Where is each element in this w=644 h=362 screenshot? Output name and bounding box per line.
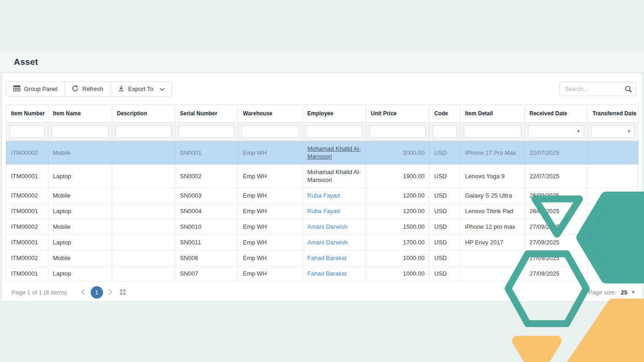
cell-code: USD [430, 266, 460, 282]
cell-item_number: ITM00001 [6, 235, 48, 250]
cell-transferred_date [588, 204, 638, 219]
employee-link[interactable]: Ruba Fayad [307, 192, 340, 199]
table-row[interactable]: ITM00001LaptopSN0011Emp WHAmani Darwish1… [6, 235, 638, 250]
cell-text: USD [434, 173, 447, 180]
filter-cell-serial_number [175, 123, 238, 141]
table-row[interactable]: ITM00002MobileSN0001Emp WHMohamad Khalid… [6, 141, 638, 164]
cell-text: USD [434, 270, 447, 277]
cell-text: Emp WH [243, 192, 267, 199]
cell-description [112, 250, 175, 266]
column-header-unit_price[interactable]: Unit Price [366, 105, 430, 123]
cell-text: 27/09/2025 [529, 270, 559, 277]
column-header-serial_number[interactable]: Serial Number [175, 105, 238, 123]
cell-text: 22/07/2025 [529, 173, 559, 180]
refresh-button[interactable]: Refresh [65, 81, 111, 96]
filter-input-employee[interactable] [306, 126, 362, 137]
page-title: Asset [14, 57, 38, 67]
cell-text: 1200.00 [403, 208, 425, 215]
next-page-button[interactable] [109, 289, 113, 295]
asset-card: Group Panel Refresh Export To [2, 74, 642, 301]
table-row[interactable]: ITM00001LaptopSN007Emp WHFahad Barakat10… [6, 266, 638, 282]
cell-text: Mobile [53, 255, 70, 261]
cell-code: USD [430, 141, 460, 164]
filter-cell-item_detail [460, 123, 525, 141]
cell-text: SN0002 [180, 173, 201, 180]
employee-link[interactable]: Ruba Fayad [307, 208, 340, 215]
column-header-item_detail[interactable]: Item Detail [460, 105, 525, 123]
column-header-transferred_date[interactable]: Transferred Date [588, 105, 638, 123]
filter-input-item_number[interactable] [10, 126, 44, 137]
caret-down-icon[interactable]: ▼ [576, 130, 584, 134]
table-row[interactable]: ITM00002MobileSN006Emp WHFahad Barakat10… [6, 250, 638, 266]
filter-input-serial_number[interactable] [179, 126, 234, 137]
cell-description [112, 141, 175, 164]
page-size-value[interactable]: 25 [621, 289, 627, 296]
group-panel-button[interactable]: Group Panel [6, 81, 65, 96]
cell-item_number: ITM00002 [6, 141, 48, 164]
caret-down-icon[interactable]: ▼ [631, 290, 635, 294]
header-row: Item NumberItem NameDescriptionSerial Nu… [6, 105, 638, 123]
employee-link[interactable]: Mohamad Khalid Al-Mansoori [307, 145, 361, 160]
cell-text: USD [434, 255, 447, 261]
export-to-button[interactable]: Export To [111, 81, 172, 96]
column-header-item_name[interactable]: Item Name [48, 105, 112, 123]
column-header-item_number[interactable]: Item Number [6, 105, 48, 123]
title-bar: Asset [0, 51, 644, 73]
employee-link[interactable]: Fahad Barakat [307, 270, 346, 277]
cell-warehouse: Emp WH [238, 250, 303, 266]
chevron-right-icon [109, 289, 113, 295]
caret-down-icon[interactable]: ▼ [627, 130, 634, 134]
cell-unit_price: 1000.00 [366, 250, 430, 266]
cell-warehouse: Emp WH [238, 266, 303, 282]
page-number-button[interactable]: 1 [91, 286, 103, 299]
cell-unit_price: 1000.00 [366, 266, 430, 282]
employee-link[interactable]: Fahad Barakat [307, 255, 346, 261]
cell-employee: Ruba Fayad [303, 204, 366, 219]
cell-code: USD [430, 188, 460, 204]
cell-employee: Amani Darwish [303, 219, 366, 235]
group-panel-label: Group Panel [24, 85, 58, 92]
filter-input-received_date[interactable] [529, 126, 576, 137]
cell-text: Lenovo Yoga 9 [465, 173, 505, 180]
filter-cell-employee [303, 123, 366, 141]
column-header-label: Unit Price [371, 110, 397, 117]
employee-link[interactable]: Amani Darwish [307, 223, 347, 230]
filter-input-transferred_date[interactable] [592, 126, 627, 137]
cell-text: Laptop [53, 173, 71, 180]
cell-code: USD [430, 164, 460, 188]
column-header-label: Employee [307, 110, 334, 117]
filter-input-unit_price[interactable] [370, 126, 426, 137]
filter-cell-code [430, 123, 460, 141]
cell-text: Mobile [53, 149, 70, 156]
employee-link[interactable]: Amani Darwish [307, 239, 347, 246]
table-row[interactable]: ITM00001LaptopSN0004Emp WHRuba Fayad1200… [6, 204, 638, 219]
column-header-code[interactable]: Code [430, 105, 460, 123]
filter-input-item_name[interactable] [52, 126, 108, 137]
cell-text: USD [434, 223, 447, 230]
pager-grid-icon[interactable] [120, 289, 126, 295]
cell-item_number: ITM00002 [6, 219, 48, 235]
pagination-bar: Page 1 of 1 (8 items) 1 Page size: 25 ▼ [6, 282, 638, 303]
cell-transferred_date [588, 141, 638, 164]
cell-serial_number: SN0002 [175, 164, 238, 188]
cell-serial_number: SN0004 [175, 204, 238, 219]
table-row[interactable]: ITM00002MobileSN0010Emp WHAmani Darwish1… [6, 219, 638, 235]
cell-received_date: 26/09/2025 [525, 188, 588, 204]
filter-input-code[interactable] [433, 126, 456, 137]
column-header-warehouse[interactable]: Warehouse [238, 105, 303, 123]
column-header-employee[interactable]: Employee [303, 105, 366, 123]
column-header-received_date[interactable]: Received Date [525, 105, 588, 123]
filter-input-description[interactable] [116, 126, 171, 137]
filter-input-item_detail[interactable] [464, 126, 521, 137]
previous-page-button[interactable] [81, 289, 85, 295]
cell-serial_number: SN006 [175, 250, 238, 266]
cell-text: 1900.00 [403, 173, 425, 180]
cell-employee: Amani Darwish [303, 235, 366, 250]
cell-received_date: 22/07/2025 [525, 141, 588, 164]
cell-text: SN0011 [180, 239, 201, 246]
filter-input-warehouse[interactable] [242, 126, 299, 137]
table-row[interactable]: ITM00002MobileSN0003Emp WHRuba Fayad1200… [6, 188, 638, 204]
table-row[interactable]: ITM00001LaptopSN0002Emp WHMohamad Khalid… [6, 164, 638, 188]
cell-text: SN0004 [180, 208, 201, 215]
column-header-description[interactable]: Description [112, 105, 175, 123]
